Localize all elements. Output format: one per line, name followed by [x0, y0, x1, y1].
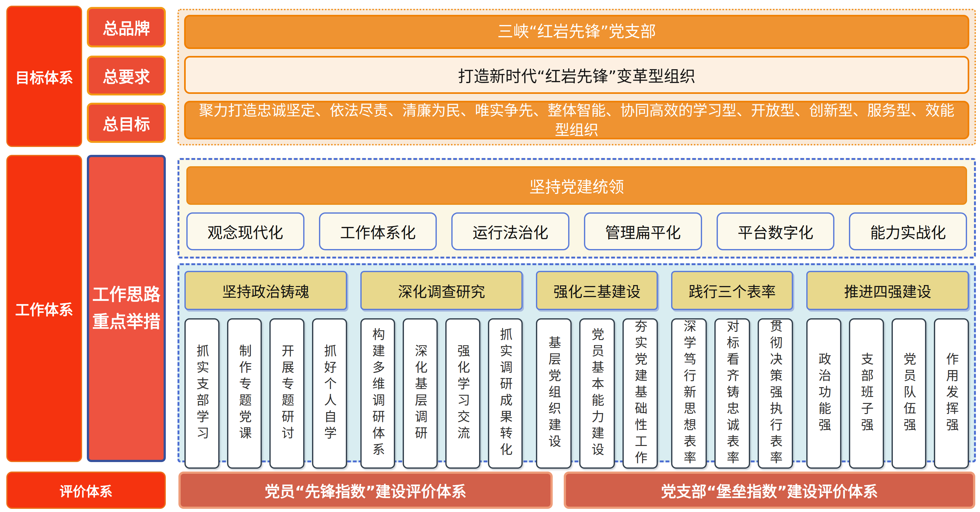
- vertical-item: 基层党组织建设: [536, 318, 572, 469]
- modernization-box: 运行法治化: [451, 212, 570, 250]
- vertical-item: 党员基本能力建设: [579, 318, 615, 469]
- vertical-item-label: 深化基层调研: [414, 344, 427, 443]
- vertical-item: 作用发挥强: [934, 318, 969, 469]
- vertical-item: 对标看齐铸忠诚表率: [714, 318, 750, 469]
- requirement-bar: 打造新时代“红岩先锋”变革型组织: [184, 56, 969, 94]
- vertical-item: 强化学习交流: [445, 318, 480, 469]
- modernization-box: 管理扁平化: [584, 212, 702, 250]
- modernization-box: 能力实战化: [849, 212, 967, 250]
- vertical-item-label: 抓好个人自学: [323, 344, 336, 443]
- group-political-soul: 坚持政治铸魂 抓实支部学习 制作专题党课 开展专题研讨 抓好个人自学: [185, 271, 347, 469]
- vertical-item: 党员队伍强: [892, 318, 927, 469]
- vertical-item-label: 党员基本能力建设: [590, 328, 603, 459]
- modernization-box: 平台数字化: [717, 212, 835, 250]
- vertical-item-label: 深学笃行新思想表率: [683, 319, 695, 467]
- vertical-item-label: 党员队伍强: [903, 352, 915, 435]
- vertical-item: 开展专题研讨: [269, 318, 304, 469]
- vertical-item-label: 构建多维调研体系: [371, 328, 384, 459]
- requirement-row-label: 总要求: [87, 56, 166, 96]
- group-items: 政治功能强 支部班子强 党员队伍强 作用发挥强: [806, 318, 969, 469]
- vertical-item-label: 对标看齐铸忠诚表率: [726, 319, 738, 467]
- vertical-item: 制作专题党课: [227, 318, 262, 469]
- vertical-item-label: 基层党组织建设: [548, 336, 560, 451]
- vertical-item-label: 支部班子强: [860, 352, 873, 435]
- group-header: 推进四强建设: [806, 271, 969, 310]
- group-items: 深学笃行新思想表率 对标看齐铸忠诚表率 贯彻决策强执行表率: [671, 318, 793, 469]
- vertical-item-label: 作用发挥强: [945, 352, 958, 435]
- brand-row-label: 总品牌: [87, 7, 166, 48]
- vertical-item: 抓实调研成果转化: [488, 318, 523, 469]
- party-leadership-bar: 坚持党建统领: [186, 166, 967, 205]
- group-header: 强化三基建设: [536, 271, 658, 310]
- vertical-item: 贯彻决策强执行表率: [758, 318, 793, 469]
- vertical-item-label: 抓实调研成果转化: [499, 328, 512, 459]
- vertical-item: 夯实党建基础性工作: [622, 318, 658, 469]
- leadership-container: 坚持党建统领 观念现代化 工作体系化 运行法治化 管理扁平化 平台数字化 能力实…: [178, 158, 976, 258]
- evaluation-system-label: 评价体系: [6, 472, 166, 509]
- group-items: 抓实支部学习 制作专题党课 开展专题研讨 抓好个人自学: [185, 318, 347, 469]
- modernization-box: 工作体系化: [319, 212, 437, 250]
- vertical-item-label: 夯实党建基础性工作: [634, 319, 646, 467]
- work-plan-side-label: 工作思路 重点举措: [87, 155, 166, 462]
- brand-bar: 三峡“红岩先锋”党支部: [184, 15, 969, 49]
- goal-system-label: 目标体系: [6, 6, 82, 147]
- vertical-item-label: 抓实支部学习: [196, 344, 208, 443]
- work-measures-container: 坚持政治铸魂 抓实支部学习 制作专题党课 开展专题研讨 抓好个人自学 深化调查研…: [178, 263, 976, 463]
- member-pioneer-index-box: 党员“先锋指数”建设评价体系: [178, 472, 553, 509]
- vertical-item: 抓好个人自学: [312, 318, 347, 469]
- vertical-item: 深化基层调研: [402, 318, 438, 469]
- target-row-label: 总目标: [87, 103, 166, 143]
- group-investigation: 深化调查研究 构建多维调研体系 深化基层调研 强化学习交流 抓实调研成果转化: [360, 271, 523, 469]
- vertical-item-label: 制作专题党课: [238, 344, 251, 443]
- branch-fortress-index-box: 党支部“堡垒指数”建设评价体系: [564, 472, 975, 509]
- vertical-item-label: 强化学习交流: [457, 344, 469, 443]
- groups-row: 坚持政治铸魂 抓实支部学习 制作专题党课 开展专题研讨 抓好个人自学 深化调查研…: [185, 271, 969, 469]
- vertical-item: 支部班子强: [849, 318, 884, 469]
- group-header: 坚持政治铸魂: [185, 271, 347, 310]
- vertical-item: 构建多维调研体系: [360, 318, 395, 469]
- group-three-foundations: 强化三基建设 基层党组织建设 党员基本能力建设 夯实党建基础性工作: [536, 271, 658, 469]
- vertical-item: 政治功能强: [806, 318, 842, 469]
- group-three-exemplars: 践行三个表率 深学笃行新思想表率 对标看齐铸忠诚表率 贯彻决策强执行表率: [671, 271, 793, 469]
- group-four-strengths: 推进四强建设 政治功能强 支部班子强 党员队伍强 作用发挥强: [806, 271, 969, 469]
- group-items: 基层党组织建设 党员基本能力建设 夯实党建基础性工作: [536, 318, 658, 469]
- target-bar: 聚力打造忠诚坚定、依法尽责、清廉为民、唯实争先、整体智能、协同高效的学习型、开放…: [184, 101, 969, 139]
- vertical-item-label: 政治功能强: [818, 352, 830, 435]
- group-header: 践行三个表率: [671, 271, 793, 310]
- vertical-item: 抓实支部学习: [185, 318, 220, 469]
- group-header: 深化调查研究: [360, 271, 523, 310]
- work-system-label: 工作体系: [6, 155, 82, 462]
- vertical-item: 深学笃行新思想表率: [671, 318, 707, 469]
- goal-container: 三峡“红岩先锋”党支部 打造新时代“红岩先锋”变革型组织 聚力打造忠诚坚定、依法…: [178, 9, 976, 145]
- modernization-row: 观念现代化 工作体系化 运行法治化 管理扁平化 平台数字化 能力实战化: [186, 212, 967, 250]
- group-items: 构建多维调研体系 深化基层调研 强化学习交流 抓实调研成果转化: [360, 318, 523, 469]
- vertical-item-label: 贯彻决策强执行表率: [769, 319, 782, 467]
- modernization-box: 观念现代化: [186, 212, 304, 250]
- vertical-item-label: 开展专题研讨: [281, 344, 293, 443]
